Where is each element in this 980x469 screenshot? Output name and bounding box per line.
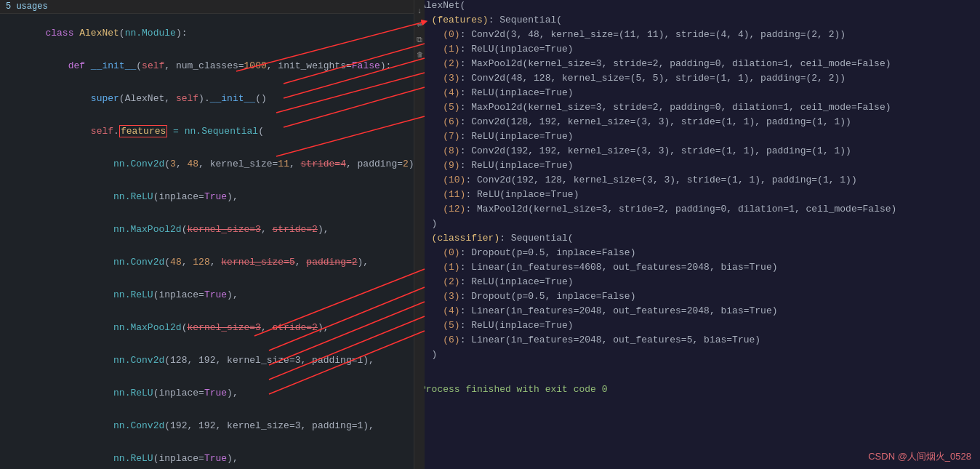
usages-bar: 5 usages xyxy=(0,0,414,14)
list-item: (3): Dropout(p=0.5, inplace=False) xyxy=(414,291,980,305)
table-row: nn.ReLU(inplace=True), xyxy=(0,442,414,469)
table-row: nn.MaxPool2d(kernel_size=3, stride=2), xyxy=(0,311,414,344)
table-row: nn.Conv2d(3, 48, kernel_size=11, stride=… xyxy=(0,148,414,180)
arrow-right-icon[interactable]: ⇌ xyxy=(414,20,425,31)
list-item: ) xyxy=(414,218,980,233)
table-row: nn.MaxPool2d(kernel_size=3, stride=2), xyxy=(0,213,414,246)
list-item: (6): Linear(in_features=2048, out_featur… xyxy=(414,334,980,349)
list-item: (0): Dropout(p=0.5, inplace=False) xyxy=(414,247,980,262)
list-item: (8): Conv2d(192, 192, kernel_size=(3, 3)… xyxy=(414,145,980,160)
left-code-panel: 5 usages class AlexNet(nn.Module): def _… xyxy=(0,0,414,469)
table-row: nn.ReLU(inplace=True), xyxy=(0,180,414,213)
watermark: CSDN @人间烟火_0528 xyxy=(868,450,971,463)
list-item: ) xyxy=(414,364,980,378)
list-item: (9): ReLU(inplace=True) xyxy=(414,160,980,175)
list-item: (0): Conv2d(3, 48, kernel_size=(11, 11),… xyxy=(414,29,980,44)
table-row: self.features = nn.Sequential( xyxy=(0,115,414,148)
table-row: nn.Conv2d(128, 192, kernel_size=3, paddi… xyxy=(0,344,414,377)
list-item: (12): MaxPool2d(kernel_size=3, stride=2,… xyxy=(414,204,980,218)
table-row: class AlexNet(nn.Module): xyxy=(0,17,414,49)
divider-panel: ↓ ⇌ ⧉ 🗑 xyxy=(414,0,425,469)
list-item: (5): ReLU(inplace=True) xyxy=(414,320,980,334)
list-item: (7): ReLU(inplace=True) xyxy=(414,131,980,145)
copy-icon[interactable]: ⧉ xyxy=(414,35,425,45)
list-item: (1): Linear(in_features=4608, out_featur… xyxy=(414,262,980,276)
table-row: nn.Conv2d(192, 192, kernel_size=3, paddi… xyxy=(0,409,414,442)
delete-icon[interactable]: 🗑 xyxy=(414,49,425,60)
list-item: ) xyxy=(414,349,980,364)
process-finished: Process finished with exit code 0 xyxy=(420,384,974,398)
list-item: (11): ReLU(inplace=True) xyxy=(414,189,980,204)
list-item: (6): Conv2d(128, 192, kernel_size=(3, 3)… xyxy=(414,116,980,131)
arrow-down-icon[interactable]: ↓ xyxy=(414,6,425,16)
list-item: (2): ReLU(inplace=True) xyxy=(414,276,980,291)
list-item: (4): Linear(in_features=2048, out_featur… xyxy=(414,305,980,320)
list-item: Process finished with exit code 0 xyxy=(414,384,980,398)
right-code-panel: AlexNet( (features): Sequential( (0): Co… xyxy=(414,0,980,469)
list-item: (2): MaxPool2d(kernel_size=3, stride=2, … xyxy=(414,58,980,73)
list-item: AlexNet( xyxy=(414,0,980,15)
list-item: (3): Conv2d(48, 128, kernel_size=(5, 5),… xyxy=(414,73,980,87)
table-row: nn.Conv2d(48, 128, kernel_size=5, paddin… xyxy=(0,246,414,278)
list-item: (classifier): Sequential( xyxy=(414,233,980,247)
list-item: (10): Conv2d(192, 128, kernel_size=(3, 3… xyxy=(414,175,980,189)
table-row: def __init__(self, num_classes=1000, ini… xyxy=(0,49,414,82)
table-row: nn.ReLU(inplace=True), xyxy=(0,377,414,409)
usages-count: 5 usages xyxy=(6,1,48,12)
list-item: (1): ReLU(inplace=True) xyxy=(414,44,980,58)
table-row: super(AlexNet, self).__init__() xyxy=(0,82,414,115)
list-item: (features): Sequential( xyxy=(414,15,980,29)
list-item: (5): MaxPool2d(kernel_size=3, stride=2, … xyxy=(414,102,980,116)
right-code-content: AlexNet( (features): Sequential( (0): Co… xyxy=(414,0,980,398)
table-row: nn.ReLU(inplace=True), xyxy=(0,278,414,311)
code-area-left: class AlexNet(nn.Module): def __init__(s… xyxy=(0,14,414,469)
list-item: (4): ReLU(inplace=True) xyxy=(414,87,980,102)
